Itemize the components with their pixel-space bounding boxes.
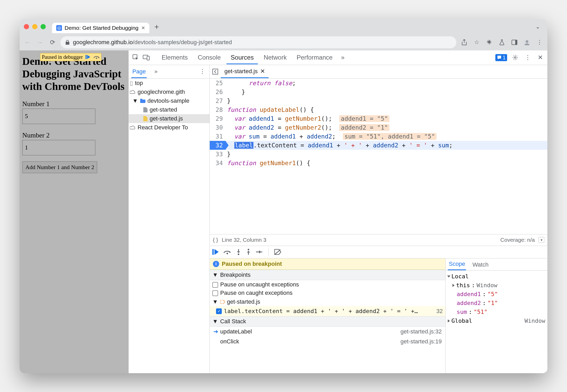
info-icon: i — [213, 261, 219, 267]
code-line[interactable]: 27} — [210, 96, 547, 105]
tab-sources[interactable]: Sources — [226, 51, 258, 64]
tab-scope[interactable]: Scope — [448, 258, 466, 270]
tabs-dropdown-icon[interactable]: ⌄ — [536, 24, 540, 30]
scope-global[interactable]: GlobalWindow — [448, 316, 545, 325]
gutter[interactable]: 29 — [210, 114, 225, 123]
tab-elements[interactable]: Elements — [157, 51, 192, 64]
deactivate-breakpoints-button[interactable] — [274, 249, 281, 255]
tree-origin[interactable]: googlechrome.gith — [129, 88, 209, 96]
tree-file-js[interactable]: get-started.js — [129, 114, 209, 123]
gutter[interactable]: 28 — [210, 105, 225, 114]
gutter[interactable]: 26 — [210, 88, 225, 96]
resume-overlay-button[interactable] — [85, 54, 91, 60]
code-line[interactable]: 25 return false; — [210, 79, 547, 88]
code-line[interactable]: 28function updateLabel() { — [210, 105, 547, 114]
navigator-menu-icon[interactable]: ⋮ — [198, 67, 207, 76]
tree-folder[interactable]: ▼ devtools-sample — [129, 96, 209, 105]
scope-variable[interactable]: addend2: "1" — [448, 299, 545, 308]
bookmark-icon[interactable]: ☆ — [472, 38, 481, 47]
code-line[interactable]: 34function getNumber1() { — [210, 159, 547, 168]
devtools-close-icon[interactable]: ✕ — [536, 53, 545, 62]
code-editor[interactable]: 25 return false;26 }27}28function update… — [210, 79, 547, 234]
settings-icon[interactable] — [511, 53, 520, 62]
scope-variable[interactable]: addend1: "5" — [448, 290, 545, 299]
new-tab-button[interactable]: ＋ — [153, 22, 160, 32]
pretty-print-icon[interactable]: { } — [213, 237, 218, 243]
browser-tab[interactable]: ◎ Demo: Get Started Debugging ✕ — [52, 23, 149, 33]
sources-panel: Page » ⋮ ▯top googlechrome.gith ▼ devtoo… — [129, 65, 547, 373]
gutter[interactable]: 31 — [210, 132, 225, 141]
gutter[interactable]: 25 — [210, 79, 225, 88]
pause-uncaught-row[interactable]: Pause on uncaught exceptions — [212, 281, 443, 288]
gutter[interactable]: 33 — [210, 150, 225, 159]
tree-top[interactable]: ▯top — [129, 79, 209, 88]
tab-console[interactable]: Console — [194, 51, 225, 64]
gutter[interactable]: 27 — [210, 96, 225, 105]
callstack-header[interactable]: ▼ Call Stack — [210, 316, 445, 327]
maximize-window-icon[interactable] — [41, 24, 46, 29]
navigator-tab-page[interactable]: Page — [131, 65, 147, 78]
checkbox-icon[interactable] — [212, 290, 218, 296]
callstack-row[interactable]: onClickget-started.js:19 — [210, 337, 445, 347]
pause-caught-row[interactable]: Pause on caught exceptions — [212, 290, 443, 296]
device-mode-icon[interactable] — [142, 53, 151, 62]
inline-value-hint: sum = "51", addend1 = "5" — [343, 133, 436, 140]
tab-performance[interactable]: Performance — [292, 51, 337, 64]
code-line[interactable]: 33} — [210, 150, 547, 159]
profile-icon[interactable] — [522, 38, 532, 47]
step-over-overlay-button[interactable] — [93, 54, 100, 60]
toggle-navigator-icon[interactable] — [210, 69, 221, 74]
scope-body: Local this: Window addend1: "5"addend2: … — [446, 270, 547, 327]
number2-input[interactable] — [22, 140, 95, 155]
code-line[interactable]: 29 var addend1 = getNumber1(); addend1 =… — [210, 114, 547, 123]
file-tree[interactable]: ▯top googlechrome.gith ▼ devtools-sample… — [129, 79, 209, 373]
labs-icon[interactable] — [497, 38, 507, 47]
checkbox-icon[interactable] — [212, 282, 218, 288]
devtools-menu-icon[interactable]: ⋮ — [523, 53, 532, 62]
share-icon[interactable] — [460, 38, 469, 47]
coverage-dropdown-icon[interactable]: ▾ — [538, 237, 544, 243]
add-button[interactable]: Add Number 1 and Number 2 — [22, 161, 97, 173]
step-button[interactable] — [256, 250, 263, 254]
extensions-icon[interactable] — [485, 38, 494, 47]
breakpoint-file-row[interactable]: ▼ get-started.js — [210, 297, 445, 306]
resume-button[interactable] — [212, 249, 219, 255]
reload-button[interactable]: ⟳ — [48, 38, 57, 47]
scope-variable[interactable]: sum: "51" — [448, 308, 545, 316]
breakpoint-line-row[interactable]: ✓ label.textContent = addend1 + ' + ' + … — [210, 306, 445, 316]
step-over-button[interactable] — [223, 249, 231, 255]
scope-local[interactable]: Local — [448, 272, 545, 281]
editor-tab[interactable]: get-started.js ✕ — [221, 65, 269, 78]
tab-watch[interactable]: Watch — [471, 259, 490, 270]
code-line[interactable]: 31 var sum = addend1 + addend2; sum = "5… — [210, 132, 547, 141]
tab-network[interactable]: Network — [259, 51, 291, 64]
issues-chip[interactable]: 1 — [495, 54, 507, 61]
inspect-icon[interactable] — [131, 53, 140, 62]
scope-this[interactable]: this: Window — [448, 281, 545, 290]
sidepanel-icon[interactable] — [510, 38, 519, 47]
number1-input[interactable] — [22, 108, 95, 124]
tree-react-devtools[interactable]: React Developer To — [129, 123, 209, 132]
close-window-icon[interactable] — [24, 24, 29, 29]
callstack-row[interactable]: ➔updateLabelget-started.js:32 — [210, 327, 445, 337]
back-button[interactable]: ← — [23, 38, 32, 47]
code-line[interactable]: 30 var addend2 = getNumber2(); addend2 =… — [210, 123, 547, 132]
step-out-button[interactable] — [246, 249, 251, 255]
navigator-more-tabs-icon[interactable]: » — [151, 67, 160, 76]
gutter[interactable]: 34 — [210, 159, 225, 168]
gutter[interactable]: 32 — [210, 141, 225, 150]
more-tabs-icon[interactable]: » — [338, 53, 347, 62]
tree-file-html[interactable]: get-started — [129, 105, 209, 114]
step-into-button[interactable] — [236, 249, 241, 255]
chrome-menu-icon[interactable]: ⋮ — [535, 38, 544, 47]
breakpoints-header[interactable]: ▼ Breakpoints — [210, 270, 445, 280]
tab-close-icon[interactable]: ✕ — [141, 25, 145, 31]
minimize-window-icon[interactable] — [32, 24, 37, 29]
address-bar[interactable]: googlechrome.github.io/devtools-samples/… — [60, 36, 456, 48]
code-line[interactable]: 32 label.textContent = addend1 + ' + ' +… — [210, 141, 547, 150]
forward-button[interactable]: → — [35, 38, 45, 47]
gutter[interactable]: 30 — [210, 123, 225, 132]
checkbox-checked-icon[interactable]: ✓ — [216, 308, 222, 314]
code-line[interactable]: 26 } — [210, 88, 547, 96]
editor-tab-close-icon[interactable]: ✕ — [260, 68, 265, 75]
